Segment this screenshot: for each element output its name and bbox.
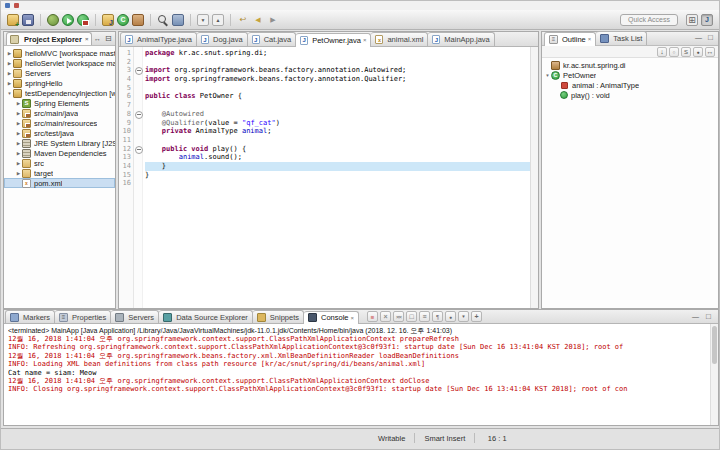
forward-icon[interactable] xyxy=(267,14,279,26)
project-item-springhello[interactable]: ▶springHello xyxy=(4,78,115,88)
new-package-icon[interactable] xyxy=(132,14,144,26)
project-item-maven-dependencies[interactable]: ▶Maven Dependencies xyxy=(4,148,115,158)
code-area[interactable]: package kr.ac.snut.spring.di;import org.… xyxy=(143,47,530,308)
collapsed-arrow-icon[interactable]: ▶ xyxy=(15,131,22,136)
new-java-project-icon[interactable] xyxy=(102,14,114,26)
project-item-src-main-resources[interactable]: ▶src/main/resources xyxy=(4,118,115,128)
outline-item-play-void[interactable]: play() : void xyxy=(542,90,718,100)
view-tab-console[interactable]: Console× xyxy=(304,311,359,324)
view-tab-properties[interactable]: Properties xyxy=(55,310,111,323)
project-explorer-tab[interactable]: Project Explorer × xyxy=(6,32,92,45)
project-item-target[interactable]: ▶target xyxy=(4,168,115,178)
close-tab-icon[interactable]: × xyxy=(351,315,355,321)
collapsed-arrow-icon[interactable]: ▶ xyxy=(6,81,13,86)
hide-static-members-icon[interactable] xyxy=(681,47,691,57)
next-annotation-icon[interactable] xyxy=(197,14,209,26)
editor-tab-mainapp-java[interactable]: MainApp.java xyxy=(428,32,494,46)
save-icon[interactable] xyxy=(22,14,34,26)
pin-console-icon[interactable] xyxy=(445,311,456,322)
view-tab-markers[interactable]: Markers xyxy=(5,310,55,323)
fold-collapse-icon[interactable] xyxy=(134,110,142,119)
collapsed-arrow-icon[interactable]: ▶ xyxy=(15,121,22,126)
console-scrollbar[interactable] xyxy=(710,324,718,425)
project-item-hellomvc-workspace-master[interactable]: ▶helloMVC [workspace master] xyxy=(4,48,115,58)
collapsed-arrow-icon[interactable]: ▶ xyxy=(15,111,22,116)
link-with-editor-icon[interactable] xyxy=(92,33,102,43)
remove-launch-icon[interactable] xyxy=(380,311,391,322)
view-tab-snippets[interactable]: Snippets xyxy=(253,310,304,323)
collapsed-arrow-icon[interactable]: ▶ xyxy=(15,161,22,166)
open-perspective-icon[interactable] xyxy=(686,14,698,26)
collapsed-arrow-icon[interactable]: ▶ xyxy=(15,151,22,156)
search-icon[interactable] xyxy=(157,14,169,26)
code-line[interactable]: public void play() { xyxy=(145,145,530,154)
view-tab-servers[interactable]: Servers xyxy=(111,310,159,323)
project-item-src-test-java[interactable]: ▶src/test/java xyxy=(4,128,115,138)
maximize-view-icon[interactable] xyxy=(703,311,714,322)
remove-all-launches-icon[interactable] xyxy=(393,311,404,322)
last-edit-location-icon[interactable] xyxy=(237,14,249,26)
view-tab-task-list[interactable]: Task List xyxy=(596,31,647,45)
code-line[interactable]: package kr.ac.snut.spring.di; xyxy=(145,49,530,58)
close-view-icon[interactable]: × xyxy=(85,36,89,42)
code-line[interactable]: import org.springframework.beans.factory… xyxy=(145,75,530,84)
word-wrap-icon[interactable] xyxy=(432,311,443,322)
fold-collapse-icon[interactable] xyxy=(134,145,142,154)
expanded-arrow-icon[interactable]: ▼ xyxy=(6,91,13,96)
code-line[interactable] xyxy=(145,58,530,67)
collapsed-arrow-icon[interactable]: ▶ xyxy=(15,101,22,106)
collapsed-arrow-icon[interactable]: ▶ xyxy=(6,51,13,56)
project-item-src-main-java[interactable]: ▶src/main/java xyxy=(4,108,115,118)
outline-item-petowner[interactable]: ▼PetOwner xyxy=(542,70,718,80)
new-wizard-icon[interactable] xyxy=(7,14,19,26)
editor-tab-animal-xml[interactable]: animal.xml xyxy=(371,32,428,46)
collapse-all-icon[interactable] xyxy=(103,33,113,43)
quick-access-button[interactable]: Quick Access xyxy=(620,14,678,26)
code-line[interactable]: @Autowired xyxy=(145,110,530,119)
new-class-icon[interactable] xyxy=(117,14,129,26)
code-line[interactable]: public class PetOwner { xyxy=(145,92,530,101)
code-line[interactable]: } xyxy=(145,171,530,180)
run-icon[interactable] xyxy=(62,14,74,26)
code-line[interactable]: private AnimalType animal; xyxy=(145,127,530,136)
scroll-lock-icon[interactable] xyxy=(419,311,430,322)
javaee-perspective-icon[interactable] xyxy=(701,14,713,26)
collapsed-arrow-icon[interactable]: ▶ xyxy=(15,171,22,176)
previous-annotation-icon[interactable] xyxy=(212,14,224,26)
collapsed-arrow-icon[interactable]: ▶ xyxy=(6,71,13,76)
project-item-testdependencyinjection-wo[interactable]: ▼testDependencyInjection [wo xyxy=(4,88,115,98)
display-selected-console-icon[interactable] xyxy=(458,311,469,322)
external-tools-icon[interactable] xyxy=(77,14,89,26)
console-output[interactable]: <terminated> MainApp [Java Application] … xyxy=(4,324,718,425)
code-line[interactable]: @Qualifier(value = "qf_cat") xyxy=(145,119,530,128)
open-console-icon[interactable] xyxy=(471,311,482,322)
maximize-view-icon[interactable] xyxy=(705,32,716,43)
minimize-view-icon[interactable] xyxy=(690,311,701,322)
project-item-helloservlet-workspace-mast[interactable]: ▶helloServlet [workspace mast xyxy=(4,58,115,68)
project-item-spring-elements[interactable]: ▶Spring Elements xyxy=(4,98,115,108)
editor-tab-petowner-java[interactable]: PetOwner.java× xyxy=(296,33,371,47)
code-line[interactable]: animal.sound(); xyxy=(145,153,530,162)
outline-item-animal-animaltype[interactable]: animal : AnimalType xyxy=(542,80,718,90)
view-tab-outline[interactable]: Outline× xyxy=(544,32,596,46)
link-with-editor-icon[interactable] xyxy=(705,47,715,57)
scrollbar-thumb[interactable] xyxy=(712,326,717,364)
terminate-icon[interactable] xyxy=(367,311,378,322)
minimize-view-icon[interactable] xyxy=(693,32,704,43)
code-line[interactable] xyxy=(145,136,530,145)
clear-console-icon[interactable] xyxy=(406,311,417,322)
collapsed-arrow-icon[interactable]: ▶ xyxy=(6,61,13,66)
sort-icon[interactable] xyxy=(657,47,667,57)
project-item-src[interactable]: ▶src xyxy=(4,158,115,168)
view-tab-data-source-explorer[interactable]: Data Source Explorer xyxy=(159,310,253,323)
back-icon[interactable] xyxy=(252,14,264,26)
open-task-icon[interactable] xyxy=(172,14,184,26)
project-item-pom-xml[interactable]: pom.xml xyxy=(4,178,115,188)
collapsed-arrow-icon[interactable]: ▶ xyxy=(15,141,22,146)
current-line[interactable]: } xyxy=(145,162,530,171)
editor-tab-animaltype-java[interactable]: AnimalType.java xyxy=(120,32,197,46)
project-item-jre-system-library-j2se-1-5[interactable]: ▶JRE System Library [J2SE-1.5] xyxy=(4,138,115,148)
hide-fields-icon[interactable] xyxy=(669,47,679,57)
editor-scrollbar[interactable] xyxy=(530,47,538,308)
outline-item-kr-ac-snut-spring-di[interactable]: kr.ac.snut.spring.di xyxy=(542,60,718,70)
